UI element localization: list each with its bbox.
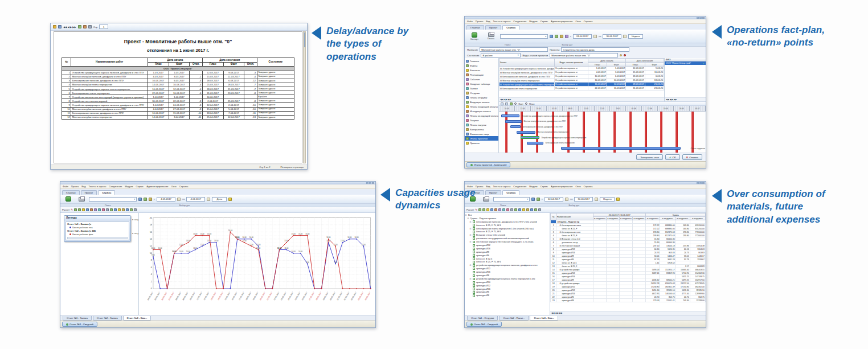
bottom-tab[interactable]: Отчет №2 - Заявка xyxy=(93,316,122,321)
sidebar-item-Физические лица[interactable]: Физические лица xyxy=(465,132,498,136)
sidebar-item-Планы исходящей оплаты[interactable]: Планы исходящей оплаты xyxy=(465,113,498,118)
calendar-icon[interactable] xyxy=(623,35,627,38)
sidebar-item-Планы входящей оплаты[interactable]: Планы входящей оплаты xyxy=(465,104,498,109)
taskbar-item[interactable]: Отчет №3 - Сводный xyxy=(62,322,97,327)
menu-item[interactable]: Правка xyxy=(71,185,79,188)
sidebar-item-События[interactable]: События xyxy=(465,77,498,81)
col-name[interactable]: Наименование xyxy=(556,213,593,220)
search-combo[interactable]: ▼ xyxy=(500,34,548,39)
menu-item[interactable]: Файл xyxy=(467,20,473,23)
export-button[interactable]: Экспорт xyxy=(467,32,482,40)
tab-Сервис[interactable]: Сервис xyxy=(502,190,519,195)
calendar-icon[interactable] xyxy=(595,198,598,201)
search-combo[interactable]: ▼ xyxy=(89,197,137,202)
maximize-icon[interactable] xyxy=(699,182,702,184)
menu-item[interactable]: Файл xyxy=(63,185,68,188)
date-to-input[interactable]: 30.06.2017 xyxy=(574,197,593,202)
grid-col-stages[interactable]: Этапы xyxy=(499,59,555,67)
sidebar-item-Отгрузки[interactable]: Отгрузки xyxy=(465,91,498,95)
calendar-icon[interactable] xyxy=(177,198,181,201)
toolbar-icon[interactable] xyxy=(514,208,517,211)
close-icon[interactable] xyxy=(372,182,374,184)
apply-icon[interactable] xyxy=(616,198,620,201)
sidebar-item-Этапы проектов[interactable]: Этапы проектов xyxy=(465,136,498,141)
toolbar-icon[interactable] xyxy=(534,208,537,211)
table-row[interactable]: ⊞ Бетонирование пилонов, диафрагм и стен… xyxy=(499,75,664,79)
menu-item[interactable]: Справка xyxy=(584,20,593,23)
legend-scrollbar[interactable] xyxy=(67,237,128,239)
zoom-in-icon[interactable] xyxy=(505,102,508,105)
date-from-input[interactable]: 24.04.2017 xyxy=(573,34,592,39)
menu-item[interactable]: Соединения xyxy=(513,20,526,23)
grid-col-end[interactable]: Дата окончания xyxy=(626,59,664,63)
sidebar-item-Проекты[interactable]: Проекты xyxy=(465,141,498,145)
edit-icon[interactable] xyxy=(620,54,622,56)
copy-icon[interactable] xyxy=(555,35,558,38)
tab-Проект[interactable]: Проект xyxy=(485,25,501,30)
toolbar-icon[interactable] xyxy=(494,208,497,211)
table-row[interactable]: ⊞ Устройство армирующего каркаса пилонов… xyxy=(499,67,664,71)
menu-item[interactable]: Сервис xyxy=(541,20,548,23)
timeline-week[interactable]: 22.05 xyxy=(595,106,611,111)
menu-item[interactable]: Справка xyxy=(179,185,189,188)
period-select[interactable]: Неделя xyxy=(628,34,643,39)
zoom-out-icon[interactable] xyxy=(501,102,503,105)
table-row[interactable]: ⊞ Устройство армирующего каркаса плиты п… xyxy=(499,83,664,87)
bottom-tab[interactable]: Отчет №1 - Заявка xyxy=(63,316,92,321)
legend-series-2-item[interactable]: Число рабочих фак xyxy=(67,232,128,236)
sidebar-item-Сводные таблицы[interactable]: Сводные таблицы xyxy=(465,81,498,86)
timeline-week[interactable]: 24.04 xyxy=(531,106,547,111)
date-to-input[interactable]: 30.06.2017 xyxy=(603,34,621,39)
legend-series-1-item[interactable]: Число рабочих пла xyxy=(67,225,128,229)
toolbar-icon[interactable] xyxy=(130,208,133,211)
find-icon[interactable] xyxy=(531,198,535,201)
tab-Главная[interactable]: Главная xyxy=(466,25,484,30)
minimize-icon[interactable] xyxy=(366,182,369,184)
toolbar-icon[interactable] xyxy=(498,208,501,211)
menu-item[interactable]: Вид xyxy=(81,185,85,188)
menu-item[interactable]: Справка xyxy=(584,185,593,188)
timeline-week[interactable]: 05.06 xyxy=(626,106,642,111)
print-button[interactable]: Печать xyxy=(484,32,498,40)
sidebar-item-Закупки[interactable]: Закупки xyxy=(465,118,498,122)
sidebar-item-Заявки[interactable]: Заявки xyxy=(465,86,498,91)
calendar-icon[interactable] xyxy=(207,198,210,201)
timeline-week[interactable]: 10.04 xyxy=(499,106,515,111)
toolbar-icon[interactable] xyxy=(538,208,541,211)
toolbar-icon[interactable] xyxy=(518,208,521,211)
fit-icon[interactable] xyxy=(510,102,513,105)
toolbar-icon[interactable] xyxy=(90,208,93,211)
gantt-bar[interactable] xyxy=(517,131,535,134)
toolbar-icon[interactable] xyxy=(86,208,89,211)
toolbar-icon[interactable] xyxy=(530,208,533,211)
bottom-tab[interactable]: Отчет №1 - Отгрузки xyxy=(467,316,498,321)
sidebar-item-Рекламации[interactable]: Рекламации xyxy=(465,72,498,77)
toolbar-icon[interactable] xyxy=(110,208,113,211)
filter-icon[interactable] xyxy=(565,35,568,38)
calc-button[interactable]: Расчет xyxy=(62,208,69,211)
table-row[interactable]: ⊞ Монтаж опалубки плиты перекрытияУстрой… xyxy=(499,79,664,83)
tree-item[interactable]: арматура Ø8 xyxy=(465,294,550,297)
menu-item[interactable]: Соединения xyxy=(109,185,122,188)
menu-item[interactable]: Соединения xyxy=(513,185,526,188)
gantt-bar[interactable] xyxy=(510,125,521,128)
bottom-tab[interactable]: Отчет №3 - Сво... xyxy=(530,316,558,321)
toolbar-icon[interactable] xyxy=(502,208,505,211)
timeline-week[interactable]: 08.05 xyxy=(563,106,579,111)
export-button[interactable] xyxy=(63,196,74,202)
sidebar-item-Контакты[interactable]: Контакты xyxy=(465,68,498,72)
menu-item[interactable]: Администрирование xyxy=(551,20,572,23)
date-from-input[interactable]: 4.05.2017 xyxy=(157,197,175,202)
open-icon[interactable] xyxy=(149,198,152,201)
types-input[interactable]: Монолитные работы выше отм. "0" xyxy=(550,53,618,58)
menu-item[interactable]: Модули xyxy=(529,20,537,23)
cancel-button[interactable]: ✖Отмена xyxy=(682,154,702,160)
export-icon[interactable] xyxy=(58,25,62,28)
date-from-input[interactable]: 24.04.2017 xyxy=(544,197,563,202)
menu-item[interactable]: Модули xyxy=(529,185,537,188)
toolbar-icon[interactable] xyxy=(126,208,129,211)
gantt-bar[interactable] xyxy=(501,114,520,117)
grid-col-start[interactable]: Дата начала xyxy=(588,59,626,63)
timeline-week[interactable]: 01.05 xyxy=(547,106,563,111)
search-combo[interactable]: ▼ xyxy=(493,197,530,202)
